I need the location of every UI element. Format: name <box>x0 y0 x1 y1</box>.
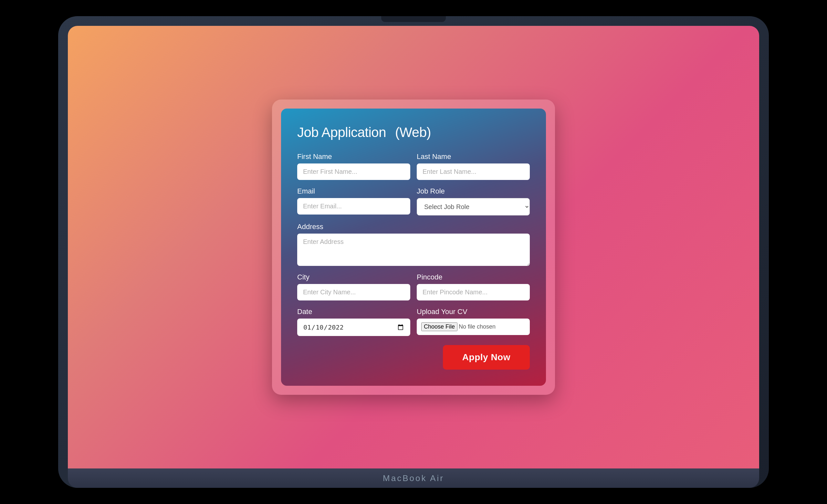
job-role-label: Job Role <box>417 187 530 196</box>
email-group: Email <box>297 187 410 215</box>
date-input[interactable] <box>297 318 410 336</box>
first-name-input[interactable] <box>297 163 410 180</box>
submit-row: Apply Now <box>297 345 530 369</box>
pincode-input[interactable] <box>417 284 530 300</box>
laptop-frame: Job Application (Web) First Name Last Na… <box>58 16 769 488</box>
email-role-row: Email Job Role Select Job Role Frontend … <box>297 187 530 215</box>
email-label: Email <box>297 187 410 196</box>
date-label: Date <box>297 308 410 316</box>
last-name-input[interactable] <box>417 163 530 180</box>
date-group: Date <box>297 308 410 336</box>
address-row: Address <box>297 222 530 266</box>
cv-file-input[interactable] <box>417 318 530 335</box>
address-group: Address <box>297 222 530 266</box>
screen: Job Application (Web) First Name Last Na… <box>68 26 759 468</box>
pincode-group: Pincode <box>417 273 530 300</box>
screen-bezel: Job Application (Web) First Name Last Na… <box>68 26 759 468</box>
form-card: Job Application (Web) First Name Last Na… <box>281 109 546 386</box>
city-label: City <box>297 273 410 282</box>
form-wrapper: Job Application (Web) First Name Last Na… <box>272 100 555 395</box>
job-role-group: Job Role Select Job Role Frontend Develo… <box>417 187 530 215</box>
last-name-label: Last Name <box>417 152 530 161</box>
email-input[interactable] <box>297 198 410 214</box>
date-cv-row: Date Upload Your CV <box>297 308 530 336</box>
job-role-select[interactable]: Select Job Role Frontend Developer Backe… <box>417 198 530 215</box>
cv-group: Upload Your CV <box>417 308 530 336</box>
laptop-notch <box>381 16 446 22</box>
apply-now-button[interactable]: Apply Now <box>443 345 530 369</box>
form-title: Job Application (Web) <box>297 121 530 141</box>
address-textarea[interactable] <box>297 234 530 266</box>
laptop-bottom-bar: MacBook Air <box>68 468 759 488</box>
city-pincode-row: City Pincode <box>297 273 530 300</box>
name-row: First Name Last Name <box>297 152 530 180</box>
laptop-brand-text: MacBook Air <box>383 473 444 483</box>
address-label: Address <box>297 222 530 231</box>
city-input[interactable] <box>297 284 410 300</box>
cv-label: Upload Your CV <box>417 308 530 316</box>
first-name-group: First Name <box>297 152 410 180</box>
first-name-label: First Name <box>297 152 410 161</box>
city-group: City <box>297 273 410 300</box>
last-name-group: Last Name <box>417 152 530 180</box>
pincode-label: Pincode <box>417 273 530 282</box>
